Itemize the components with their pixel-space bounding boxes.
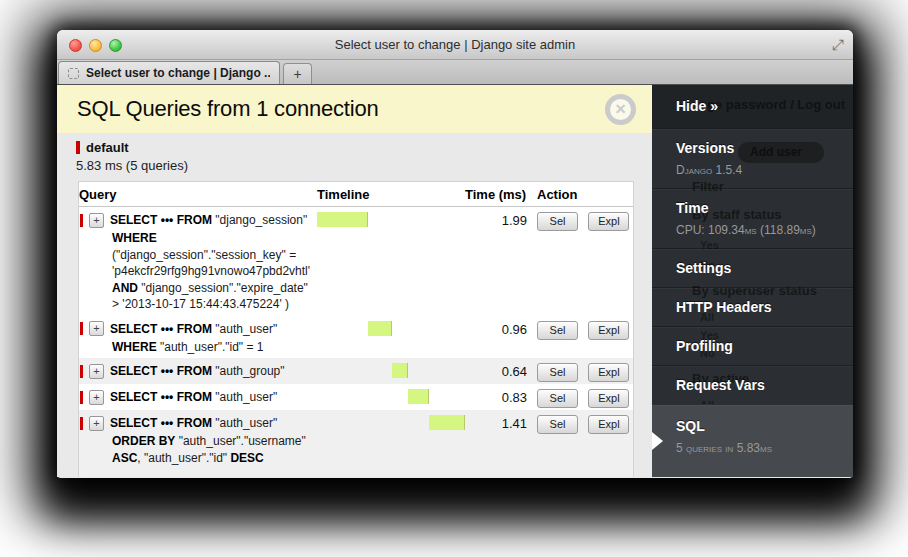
db-name: default: [86, 140, 129, 155]
sidebar-item-sql[interactable]: SQL 5 queries in 5.83ms: [652, 404, 853, 477]
sidebar-item-subtitle: Django 1.5.4: [676, 163, 843, 177]
favicon-placeholder-icon: [68, 68, 79, 79]
sidebar-item-label: Versions: [676, 140, 843, 156]
sidebar-item-http-headers[interactable]: HTTP Headers: [652, 287, 853, 326]
db-color-marker: [76, 141, 80, 154]
sel-button[interactable]: Sel: [537, 212, 578, 231]
timeline-bar: [368, 321, 392, 336]
expl-button[interactable]: Expl: [588, 389, 629, 408]
db-color-marker: [80, 417, 83, 430]
timeline-bar: [392, 363, 408, 378]
expand-toggle-button[interactable]: +: [89, 416, 104, 431]
query-row: + SELECT ••• FROM "auth_user" ORDER BY "…: [79, 410, 633, 477]
tab-bar: Select user to change | Django ... +: [57, 60, 853, 85]
db-color-marker: [80, 365, 83, 378]
expl-button[interactable]: Expl: [588, 363, 629, 382]
new-tab-button[interactable]: +: [283, 63, 312, 84]
sql-panel-header: SQL Queries from 1 connection ✕: [57, 85, 652, 133]
sidebar-item-request-vars[interactable]: Request Vars: [652, 365, 853, 404]
timeline-bar: [317, 212, 368, 227]
page-content: SQL Queries from 1 connection ✕ default …: [57, 85, 853, 477]
window-titlebar: Select user to change | Django site admi…: [57, 30, 853, 60]
sidebar-item-profiling[interactable]: Profiling: [652, 326, 853, 365]
expand-toggle-button[interactable]: +: [89, 364, 104, 379]
sidebar-item-label: SQL: [676, 418, 843, 434]
tab-select-user[interactable]: Select user to change | Django ...: [58, 61, 280, 84]
expand-toggle-button[interactable]: +: [89, 390, 104, 405]
col-header-timeline: Timeline: [317, 182, 465, 207]
query-time: 1.99: [465, 207, 537, 316]
window-title: Select user to change | Django site admi…: [335, 37, 575, 52]
sql-detail-lines: WHERE "auth_user"."id" = 1: [79, 339, 317, 356]
sql-text[interactable]: SELECT ••• FROM "auth_user": [110, 390, 277, 404]
sql-text[interactable]: SELECT ••• FROM "auth_user": [110, 416, 277, 430]
sidebar-item-versions[interactable]: Versions Django 1.5.4: [652, 128, 853, 188]
sql-text[interactable]: SELECT ••• FROM "django_session": [110, 213, 307, 227]
timeline-bar: [429, 415, 465, 430]
database-summary: default 5.83 ms (5 queries): [57, 133, 652, 173]
minimize-window-button[interactable]: [89, 39, 102, 52]
sidebar-item-time[interactable]: Time CPU: 109.34ms (118.89ms): [652, 188, 853, 248]
query-row: + SELECT ••• FROM "auth_user" 0.83 Sel E…: [79, 384, 633, 410]
col-header-time: Time (ms): [465, 182, 537, 207]
sql-detail-lines: ORDER BY "auth_user"."username"ASC, "aut…: [79, 433, 317, 466]
sidebar-item-settings[interactable]: Settings: [652, 248, 853, 287]
sql-panel: SQL Queries from 1 connection ✕ default …: [57, 85, 652, 477]
db-color-marker: [80, 214, 83, 227]
debug-toolbar-sidebar: ge password / Log outAdd userFilterBy st…: [652, 85, 853, 477]
expand-toggle-button[interactable]: +: [89, 213, 104, 228]
sel-button[interactable]: Sel: [537, 363, 578, 382]
sql-text[interactable]: SELECT ••• FROM "auth_user": [110, 322, 277, 336]
col-header-action: Action: [537, 182, 633, 207]
sidebar-hide-button[interactable]: Hide »: [652, 85, 853, 128]
query-row: + SELECT ••• FROM "auth_user" WHERE "aut…: [79, 316, 633, 359]
close-window-button[interactable]: [69, 39, 82, 52]
col-header-query: Query: [79, 182, 317, 207]
sidebar-item-label: Settings: [676, 260, 843, 276]
query-table: Query Timeline Time (ms) Action + SELECT…: [78, 181, 634, 477]
sql-detail-lines: WHERE("django_session"."session_key" ='p…: [79, 230, 317, 313]
sel-button[interactable]: Sel: [537, 389, 578, 408]
fullscreen-icon[interactable]: ⤢: [832, 36, 844, 54]
close-icon: ✕: [615, 101, 627, 117]
screenshot-stage: Select user to change | Django site admi…: [0, 0, 908, 557]
sql-text[interactable]: SELECT ••• FROM "auth_group": [110, 364, 285, 378]
sel-button[interactable]: Sel: [537, 321, 578, 340]
sidebar-item-subtitle: CPU: 109.34ms (118.89ms): [676, 223, 843, 237]
expl-button[interactable]: Expl: [588, 415, 629, 434]
sidebar-items: Versions Django 1.5.4 Time CPU: 109.34ms…: [652, 128, 853, 477]
query-time: 1.41: [465, 410, 537, 477]
sidebar-item-subtitle: 5 queries in 5.83ms: [676, 441, 843, 455]
db-stats: 5.83 ms (5 queries): [76, 158, 652, 173]
browser-window: Select user to change | Django site admi…: [57, 30, 853, 478]
query-table-head-row: Query Timeline Time (ms) Action: [79, 182, 633, 207]
query-row: + SELECT ••• FROM "auth_group" 0.64 Sel …: [79, 358, 633, 384]
traffic-lights: [69, 39, 122, 52]
sel-button[interactable]: Sel: [537, 415, 578, 434]
expl-button[interactable]: Expl: [588, 321, 629, 340]
tab-title: Select user to change | Django ...: [86, 66, 270, 80]
query-table-body: + SELECT ••• FROM "django_session" WHERE…: [79, 207, 633, 478]
query-time: 0.64: [465, 358, 537, 384]
expand-toggle-button[interactable]: +: [89, 321, 104, 336]
sidebar-item-label: HTTP Headers: [676, 299, 843, 315]
selected-panel-arrow-icon: [652, 432, 663, 450]
sidebar-item-label: Request Vars: [676, 377, 843, 393]
zoom-window-button[interactable]: [109, 39, 122, 52]
query-time: 0.96: [465, 316, 537, 359]
expl-button[interactable]: Expl: [588, 212, 629, 231]
query-row: + SELECT ••• FROM "django_session" WHERE…: [79, 207, 633, 316]
db-color-marker: [80, 322, 83, 335]
query-time: 0.83: [465, 384, 537, 410]
close-panel-button[interactable]: ✕: [605, 94, 636, 125]
sidebar-item-label: Time: [676, 200, 843, 216]
timeline-bar: [408, 389, 429, 404]
db-color-marker: [80, 391, 83, 404]
panel-title: SQL Queries from 1 connection: [77, 96, 379, 122]
sidebar-item-label: Profiling: [676, 338, 843, 354]
